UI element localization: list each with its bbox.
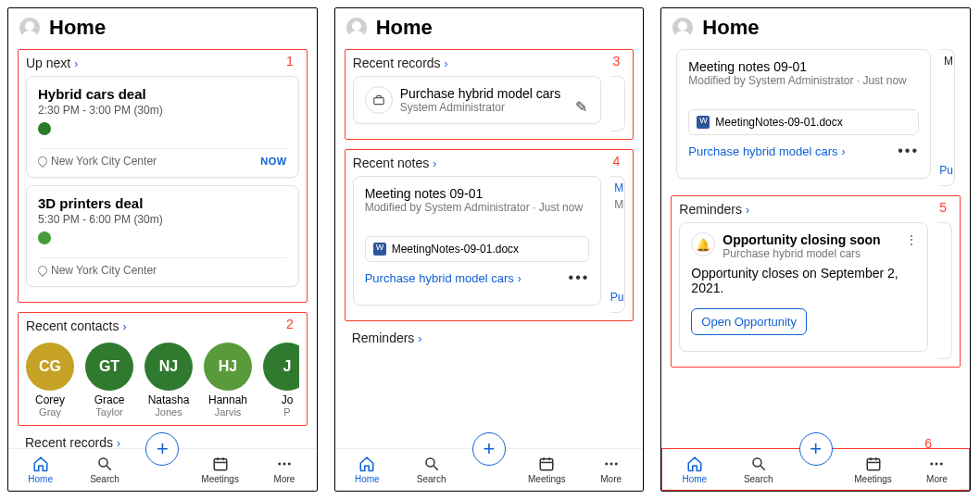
annotation-5: 5 [939,200,947,215]
svg-point-17 [609,463,612,466]
svg-point-16 [605,463,608,466]
contact-item[interactable]: HJHannahJarvis [204,343,252,418]
now-badge: NOW [260,156,286,167]
chevron-right-icon: › [518,271,521,285]
recent-notes-section: 4 Recent notes› Meeting notes 09-01 Modi… [345,149,634,321]
recent-contacts-section: 2 Recent contacts › CGCoreyGray GTGraceT… [18,312,308,426]
svg-rect-9 [373,98,383,105]
regarding-link[interactable]: Purchase hybrid model cars› [688,144,845,158]
meetings-icon [538,455,555,472]
recent-records-header[interactable]: Recent records› [353,56,626,70]
location-pin-icon [36,155,49,168]
tab-more[interactable]: More [913,455,960,484]
annotation-6: 6 [924,436,932,451]
add-button[interactable]: + [472,432,506,466]
edit-icon[interactable]: ✎ [575,98,587,116]
page-title: Home [376,16,433,40]
svg-point-26 [936,462,938,465]
chevron-right-icon: › [433,156,436,170]
word-doc-icon [697,116,710,129]
reminders-header[interactable]: Reminders› [352,331,627,345]
calendar-color-icon [38,231,51,244]
overflow-menu-icon[interactable]: ••• [569,269,590,286]
chevron-right-icon: › [841,144,845,158]
open-opportunity-button[interactable]: Open Opportunity [691,308,807,335]
tab-search[interactable]: Search [82,455,128,484]
tab-search[interactable]: Search [735,455,782,484]
tab-home[interactable]: Home [344,455,390,484]
screen-2: Home 3 Recent records› Purchase hybrid m… [334,7,645,492]
profile-avatar[interactable] [19,18,40,38]
add-button[interactable]: + [799,432,833,466]
svg-line-11 [433,466,438,470]
contact-item[interactable]: NJNatashaJones [144,343,193,418]
more-icon [603,455,620,472]
file-attachment[interactable]: MeetingNotes-09-01.docx [688,109,919,135]
meetings-icon [865,455,882,472]
up-next-header[interactable]: Up next › [26,56,299,70]
contact-item[interactable]: GTGraceTaylor [85,343,133,418]
svg-point-27 [940,462,943,465]
svg-rect-2 [214,459,227,470]
recent-contacts-header[interactable]: Recent contacts › [26,318,299,333]
tab-home[interactable]: Home [672,455,718,484]
event-card[interactable]: 3D printers deal 5:30 PM - 6:00 PM (30m)… [26,185,299,287]
home-icon [686,455,703,472]
tab-meetings[interactable]: Meetings [197,455,244,484]
note-card[interactable]: Meeting notes 09-01 Modified by System A… [353,176,602,306]
overflow-menu-icon[interactable]: ••• [898,143,919,159]
event-card[interactable]: Hybrid cars deal 2:30 PM - 3:00 PM (30m)… [26,76,299,178]
overflow-menu-icon[interactable]: ⋮ [905,232,918,247]
search-icon [750,455,767,472]
svg-point-10 [426,458,434,467]
note-card[interactable]: Meeting notes 09-01 Modified by System A… [676,49,931,179]
search-icon [96,455,113,472]
chevron-right-icon: › [122,319,126,333]
regarding-link[interactable]: Purchase hybrid model cars› [365,271,521,285]
word-doc-icon [373,243,386,256]
chevron-right-icon: › [418,331,421,345]
tab-bar: 6 + Home Search Meetings More [661,448,970,491]
chevron-right-icon: › [74,56,78,70]
tab-home[interactable]: Home [18,455,64,484]
more-icon [276,455,293,472]
screen-3: Home Meeting notes 09-01 Modified by Sys… [660,7,971,492]
file-attachment[interactable]: MeetingNotes-09-01.docx [365,236,590,262]
card-peek[interactable] [610,76,625,131]
tab-more[interactable]: More [261,455,308,484]
svg-point-8 [288,463,291,466]
svg-line-1 [107,466,111,470]
reminder-card[interactable]: ⋮ 🔔 Opportunity closing soonPurchase hyb… [679,222,928,352]
svg-line-20 [760,466,765,470]
add-button[interactable]: + [145,432,179,466]
annotation-3: 3 [613,54,621,69]
profile-avatar[interactable] [346,18,367,38]
contact-item[interactable]: CGCoreyGray [26,343,74,418]
recent-notes-header[interactable]: Recent notes› [353,156,626,170]
home-icon [32,455,49,472]
record-card[interactable]: Purchase hybrid model carsSystem Adminis… [353,76,602,124]
svg-point-19 [753,458,761,467]
search-icon [423,455,440,472]
recent-records-section: 3 Recent records› Purchase hybrid model … [345,49,634,140]
tab-bar: + Home Search Meetings More [335,448,644,491]
more-icon [928,455,945,472]
chevron-right-icon: › [746,203,749,217]
annotation-4: 4 [613,154,621,168]
reminders-header[interactable]: Reminders› [679,202,952,217]
briefcase-icon [365,86,393,114]
tab-meetings[interactable]: Meetings [850,455,897,484]
contact-item[interactable]: JJoP [263,343,299,418]
tab-meetings[interactable]: Meetings [523,455,570,484]
svg-point-7 [283,463,285,466]
annotation-2: 2 [286,317,294,331]
tab-search[interactable]: Search [408,455,455,484]
profile-avatar[interactable] [672,18,693,38]
home-icon [358,455,375,472]
header: Home [8,8,317,44]
tab-more[interactable]: More [588,455,634,484]
location-pin-icon [36,264,49,277]
chevron-right-icon: › [117,436,120,448]
page-title: Home [49,16,106,40]
card-peek[interactable] [937,222,952,359]
